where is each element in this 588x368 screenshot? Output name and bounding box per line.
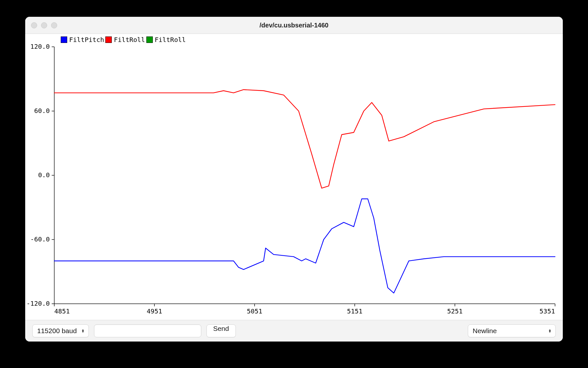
chart-canvas: -120.0-60.00.060.0120.048514951505151515… (25, 34, 563, 320)
svg-text:-60.0: -60.0 (30, 235, 50, 243)
traffic-lights (31, 22, 57, 28)
window-title: /dev/cu.usbserial-1460 (25, 22, 563, 29)
toolbar: 115200 baud ▲▼ Send Newline ▲▼ (25, 320, 563, 342)
command-input[interactable] (94, 324, 201, 337)
select-arrows-icon: ▲▼ (548, 329, 552, 333)
svg-text:60.0: 60.0 (34, 107, 50, 115)
select-arrows-icon: ▲▼ (81, 329, 85, 333)
svg-text:120.0: 120.0 (30, 43, 50, 50)
svg-text:5051: 5051 (247, 307, 262, 315)
svg-text:4851: 4851 (54, 307, 70, 315)
close-icon[interactable] (31, 22, 37, 28)
baud-select-label: 115200 baud (37, 327, 77, 335)
line-ending-select[interactable]: Newline ▲▼ (468, 324, 556, 337)
svg-text:0.0: 0.0 (38, 171, 50, 179)
svg-text:4951: 4951 (147, 307, 162, 315)
baud-select[interactable]: 115200 baud ▲▼ (32, 324, 89, 337)
titlebar: /dev/cu.usbserial-1460 (25, 17, 563, 34)
send-button[interactable]: Send (206, 324, 236, 337)
svg-text:-120.0: -120.0 (26, 300, 50, 307)
minimize-icon[interactable] (41, 22, 47, 28)
svg-text:5151: 5151 (347, 307, 362, 315)
line-ending-label: Newline (473, 327, 497, 335)
zoom-icon[interactable] (51, 22, 57, 28)
svg-text:5351: 5351 (540, 307, 555, 315)
send-button-label: Send (213, 325, 229, 332)
app-window: /dev/cu.usbserial-1460 FiltPitchFiltRoll… (25, 17, 563, 342)
plot-area: FiltPitchFiltRollFiltRoll -120.0-60.00.0… (25, 34, 563, 320)
svg-text:5251: 5251 (447, 307, 463, 315)
